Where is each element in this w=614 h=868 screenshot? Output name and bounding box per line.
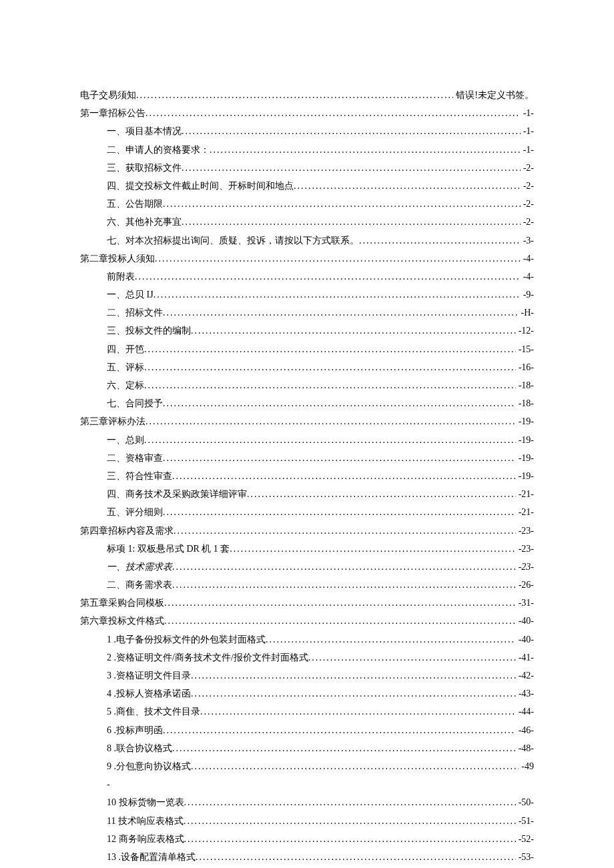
toc-entry-page: -1- (521, 105, 534, 121)
toc-entry: 10 投标货物一览表-50- (80, 794, 534, 811)
toc-leader-dots (135, 268, 521, 285)
toc-entry: 11 技术响应表格式-51- (80, 813, 534, 829)
toc-leader-dots (184, 794, 516, 811)
toc-leader-dots (144, 377, 516, 394)
toc-leader-dots (174, 522, 516, 539)
toc-entry-label: 六、其他补充事宜 (107, 213, 182, 230)
toc-leader-dots (182, 159, 521, 176)
toc-entry-label: 3 .资格证明文件目录 (107, 667, 191, 684)
toc-leader-dots (230, 540, 515, 557)
toc-leader-dots (164, 612, 516, 629)
toc-leader-dots (191, 685, 516, 702)
toc-leader-dots (266, 631, 516, 648)
toc-entry-page: -51- (516, 813, 534, 829)
toc-entry-page: -15- (516, 341, 534, 358)
toc-entry-label: 三、符合性审查 (107, 468, 172, 484)
toc-entry-label: 1 .电子备份投标文件的外包装封面格式 (107, 631, 266, 648)
toc-entry-page: -3- (521, 232, 534, 249)
toc-entry-page: -40- (516, 612, 534, 629)
toc-leader-dots (144, 341, 516, 358)
toc-entry-label: 五、评分细则 (107, 504, 163, 520)
toc-entry-page: 错误!未定义书签。 (453, 87, 534, 103)
toc-entry-label: 6 .投标声明函 (107, 722, 163, 739)
toc-entry-page: -46- (516, 722, 534, 739)
toc-leader-dots (164, 594, 516, 611)
toc-leader-dots (163, 450, 516, 466)
toc-entry-page: -42- (516, 667, 534, 684)
toc-entry-page: -21- (516, 504, 534, 520)
toc-entry-label: 二、招标文件 (107, 304, 163, 321)
toc-leader-dots (163, 722, 516, 739)
toc-entry: 七、对本次招标提出询问、质疑、投诉，请按以下方式联系。-3- (80, 232, 534, 249)
toc-leader-dots (247, 486, 516, 502)
toc-entry: - (80, 776, 534, 793)
toc-entry-label: 四、开笆 (107, 341, 144, 358)
toc-entry-page: -23- (516, 558, 534, 575)
toc-leader-dots (155, 250, 521, 267)
toc-entry: 四、提交投标文件截止时间、开标时间和地点-2- (80, 177, 534, 194)
toc-entry-label: 五、公告期限 (107, 195, 163, 212)
toc-entry-page: -31- (516, 594, 534, 611)
toc-leader-dots (163, 195, 521, 212)
toc-leader-dots (308, 649, 516, 666)
toc-leader-dots (191, 322, 516, 339)
toc-entry-label: 10 投标货物一览表 (107, 794, 184, 811)
toc-entry-page: -18- (516, 377, 534, 394)
toc-leader-dots (359, 232, 521, 249)
toc-entry: 第三章评标办法-19- (80, 413, 534, 430)
toc-leader-dots (154, 286, 521, 303)
toc-entry-page: -50- (516, 794, 534, 811)
toc-entry: 三、获取招标文件-2- (80, 159, 534, 176)
toc-entry-page: -40- (516, 631, 534, 648)
toc-entry-page: -53- (516, 849, 534, 865)
toc-entry: 第二章投标人须知-4- (80, 250, 534, 267)
toc-entry: 2 .资格证明文件/商务技术文件/报价文件封面格式-41- (80, 649, 534, 666)
toc-leader-dots (144, 359, 516, 376)
toc-entry-label: 5 .商隹、技术文件目录 (107, 703, 200, 720)
toc-entry-label: 标项 1: 双板悬吊式 DR 机 1 套 (107, 540, 230, 557)
toc-entry-page: -19- (516, 468, 534, 484)
toc-entry-label: 六、定标 (107, 377, 144, 394)
toc-entry: 标项 1: 双板悬吊式 DR 机 1 套-23- (80, 540, 534, 557)
toc-entry-page: -49 (519, 758, 534, 775)
toc-leader-dots (210, 141, 521, 158)
toc-entry-page: -26- (516, 576, 534, 593)
toc-entry-page: -48- (516, 740, 534, 757)
toc-leader-dots (163, 395, 516, 412)
toc-entry: 六、其他补充事宜-2- (80, 213, 534, 230)
toc-entry-page: -21- (516, 486, 534, 502)
toc-leader-dots (145, 105, 521, 121)
toc-leader-dots (200, 703, 516, 720)
toc-entry-label: 第二章投标人须知 (80, 250, 155, 267)
toc-entry: 一、总贝 IJ-9- (80, 286, 534, 303)
toc-entry: 三、符合性审查-19- (80, 468, 534, 484)
toc-leader-dots (163, 304, 519, 321)
toc-entry-page: -2- (521, 195, 534, 212)
toc-leader-dots (294, 177, 521, 194)
toc-leader-dots (145, 413, 516, 430)
toc-entry-page: -23- (516, 540, 534, 557)
toc-leader-dots (182, 213, 521, 230)
toc-entry: 1 .电子备份投标文件的外包装封面格式-40- (80, 631, 534, 648)
toc-entry-label: 四、商务技术及采购政策详细评审 (107, 486, 247, 502)
toc-entry: 五、评分细则-21- (80, 504, 534, 520)
toc-entry-page: -44- (516, 703, 534, 720)
toc-entry: 第一章招标公告-1- (80, 105, 534, 121)
toc-leader-dots (172, 740, 516, 757)
toc-entry: 四、开笆-15- (80, 341, 534, 358)
toc-entry: 8 .联合协议格式-48- (80, 740, 534, 757)
toc-entry-page: -9- (521, 286, 534, 303)
toc-entry-page: -19- (516, 413, 534, 430)
toc-entry: 一、技术需求表-23- (80, 558, 534, 575)
toc-entry: 6 .投标声明函-46- (80, 722, 534, 739)
toc-entry-page: -16- (516, 359, 534, 376)
toc-entry-label: 二、申请人的资格要求： (107, 141, 210, 158)
toc-entry-page: -2- (521, 159, 534, 176)
toc-entry-label: 五、评标 (107, 359, 144, 376)
toc-entry-label: 13 .设备配置清单格式 (107, 849, 196, 865)
toc-entry: 12 商务响应表格式-52- (80, 831, 534, 847)
toc-entry-label: 一、项目基本情况 (107, 123, 182, 139)
toc-leader-dots (136, 87, 453, 103)
toc-entry-label: 一、总贝 IJ (107, 286, 154, 303)
toc-entry-label: 四、提交投标文件截止时间、开标时间和地点 (107, 177, 294, 194)
